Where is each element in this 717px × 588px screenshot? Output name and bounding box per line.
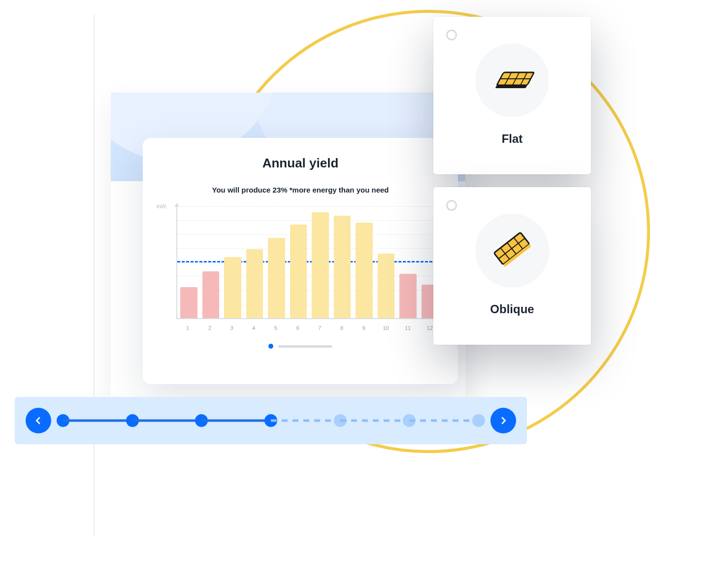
bar-month-2 bbox=[202, 271, 220, 318]
svg-rect-5 bbox=[495, 85, 527, 88]
option-label: Flat bbox=[502, 132, 523, 146]
vertical-divider bbox=[94, 15, 95, 537]
x-tick: 11 bbox=[399, 325, 417, 331]
x-tick: 7 bbox=[311, 325, 328, 331]
progress-segment bbox=[201, 420, 271, 422]
radio-unchecked-icon[interactable] bbox=[446, 200, 457, 211]
progress-segment bbox=[63, 420, 132, 422]
x-tick: 4 bbox=[245, 325, 262, 331]
next-button[interactable] bbox=[490, 408, 516, 433]
bar-month-7 bbox=[312, 212, 329, 318]
option-label: Oblique bbox=[490, 302, 534, 316]
chevron-right-icon bbox=[498, 415, 509, 426]
prev-button[interactable] bbox=[26, 408, 51, 433]
x-axis-labels: 123456789101112 bbox=[176, 325, 441, 331]
plot-frame bbox=[176, 207, 441, 319]
pager-track[interactable] bbox=[278, 345, 332, 348]
radio-unchecked-icon[interactable] bbox=[446, 30, 457, 40]
bars-group bbox=[177, 207, 441, 318]
annual-yield-chart: kWh 123456789101112 bbox=[160, 207, 441, 330]
bar-month-11 bbox=[399, 274, 417, 318]
bar-month-1 bbox=[180, 287, 197, 318]
x-tick: 10 bbox=[377, 325, 394, 331]
progress-step-7[interactable] bbox=[472, 414, 485, 427]
bar-month-9 bbox=[356, 223, 373, 318]
progress-segment bbox=[132, 420, 202, 422]
flat-panel-icon bbox=[475, 43, 549, 117]
bar-month-3 bbox=[224, 257, 241, 318]
x-tick: 3 bbox=[223, 325, 240, 331]
x-tick: 1 bbox=[179, 325, 196, 331]
chart-title: Annual yield bbox=[160, 156, 441, 171]
card-pager bbox=[160, 344, 441, 349]
x-tick: 5 bbox=[267, 325, 285, 331]
wizard-progress bbox=[15, 397, 527, 444]
roof-option-oblique[interactable]: Oblique bbox=[433, 187, 591, 345]
bar-month-10 bbox=[378, 254, 395, 318]
bar-month-6 bbox=[290, 225, 307, 318]
x-tick: 9 bbox=[355, 325, 372, 331]
progress-steps bbox=[63, 414, 479, 427]
bar-month-4 bbox=[246, 249, 263, 318]
x-tick: 6 bbox=[289, 325, 306, 331]
bar-month-8 bbox=[334, 216, 351, 318]
x-tick: 8 bbox=[333, 325, 351, 331]
progress-segment bbox=[340, 420, 410, 422]
chart-subtitle: You will produce 23% *more energy than y… bbox=[160, 186, 441, 194]
annual-yield-card: Annual yield You will produce 23% *more … bbox=[143, 138, 458, 384]
y-axis-label: kWh bbox=[157, 204, 166, 209]
bar-month-5 bbox=[268, 238, 285, 318]
roof-option-flat[interactable]: Flat bbox=[433, 17, 591, 174]
x-tick: 2 bbox=[201, 325, 219, 331]
pager-dot-active[interactable] bbox=[268, 344, 273, 349]
chevron-left-icon bbox=[33, 415, 44, 426]
oblique-panel-icon bbox=[475, 214, 549, 288]
progress-segment bbox=[409, 420, 479, 422]
progress-segment bbox=[271, 420, 340, 422]
